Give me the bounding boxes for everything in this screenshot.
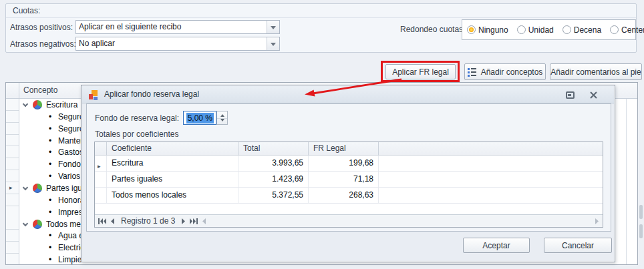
collapse-chevron-icon[interactable] (23, 101, 28, 107)
button-label: Añadir comentarios al pie (550, 67, 641, 77)
pie-chart-icon (33, 184, 42, 193)
total-cell: 3.993,65 (238, 156, 309, 171)
empty-cell (379, 172, 603, 187)
tree-node-label: Gastos (58, 146, 84, 158)
dialog-content-panel: Fondo de reserva legal: 5,00 % Totales p… (86, 103, 611, 232)
button-label: Cancelar (562, 241, 594, 250)
collapse-chevron-icon[interactable] (23, 185, 28, 190)
atrasos-positivos-label: Atrasos positivos: (10, 21, 73, 35)
fr-legal-column-header[interactable]: FR Legal (309, 142, 379, 155)
spin-up-icon[interactable] (220, 114, 224, 117)
scroll-left-button[interactable] (202, 218, 206, 224)
bullet-icon: • (49, 230, 51, 242)
dialog-titlebar[interactable]: Aplicar fondo reserva legal (82, 86, 614, 103)
totales-group-label: Totales por coeficientes (95, 129, 178, 141)
button-label: Aplicar FR legal (392, 67, 449, 77)
vertical-scrollbar-thumb[interactable] (639, 205, 643, 219)
bullet-icon: • (49, 111, 51, 123)
first-record-button[interactable] (98, 218, 106, 224)
radio-label: Decena (574, 25, 601, 35)
radio-centena[interactable]: Centena (610, 25, 644, 35)
list-icon (468, 68, 476, 76)
table-row[interactable]: Todos menos locales 5.372,55 268,63 (95, 188, 603, 204)
redondeo-cuotas-label: Redondeo cuotas: (400, 23, 465, 37)
gutter-header-cell (6, 83, 19, 99)
dropdown-button[interactable] (267, 21, 279, 33)
restore-window-icon[interactable] (566, 91, 575, 99)
redondeo-radio-group: Ninguno Unidad Decena Centena (462, 19, 636, 40)
table-row[interactable]: ▸ Escritura 3.993,65 199,68 (95, 156, 603, 172)
table-row[interactable]: Partes iguales 1.423,69 71,18 (95, 172, 603, 188)
cuotas-group-title: Cuotas: (13, 5, 40, 17)
empty-cell (379, 188, 603, 203)
atrasos-positivos-value: Aplicar en el siguiente recibo (79, 21, 266, 33)
atrasos-negativos-label: Atrasos negativos: (10, 37, 76, 51)
fondo-reserva-value: 5,00 % (186, 113, 214, 123)
cuotas-groupbox: Cuotas: Atrasos positivos: Aplicar en el… (5, 3, 637, 53)
gutter-cell (95, 172, 107, 187)
anadir-comentarios-button[interactable]: Añadir comentarios al pie (550, 63, 642, 80)
spin-down-icon[interactable] (220, 119, 224, 121)
radio-icon (562, 25, 571, 34)
fr-legal-cell: 199,68 (309, 156, 379, 171)
concepto-column-header[interactable]: Concepto (23, 83, 57, 98)
gutter-cell: ▸ (95, 156, 107, 171)
scroll-right-button[interactable] (595, 218, 599, 224)
dropdown-button[interactable] (267, 37, 279, 50)
tree-node-label: Seguro (58, 111, 84, 123)
radio-ninguno[interactable]: Ninguno (467, 25, 508, 35)
vertical-scrollbar-track[interactable] (639, 224, 643, 238)
radio-icon (610, 25, 619, 34)
bullet-icon: • (49, 206, 51, 218)
spinner-buttons[interactable] (216, 111, 228, 125)
coeficiente-column-header[interactable]: Coeficiente (107, 142, 238, 155)
cancelar-button[interactable]: Cancelar (544, 238, 612, 253)
bullet-icon: • (49, 242, 51, 254)
fondo-reserva-label: Fondo de reserva legal: (95, 111, 179, 125)
close-icon[interactable] (589, 91, 598, 99)
empty-column-header (379, 142, 603, 155)
atrasos-negativos-combobox[interactable]: No aplicar (75, 37, 280, 51)
record-navigator: Registro 1 de 3 (95, 214, 603, 227)
bullet-icon: • (49, 135, 51, 147)
gutter-header-cell (95, 142, 107, 155)
anadir-conceptos-button[interactable]: Añadir conceptos (464, 63, 546, 80)
total-cell: 1.423,69 (238, 172, 309, 187)
radio-decena[interactable]: Decena (562, 25, 601, 35)
row-indicator-icon: ▸ (9, 184, 13, 191)
dialog-app-icon (89, 89, 100, 100)
atrasos-negativos-value: No aplicar (79, 37, 266, 50)
radio-label: Centena (621, 25, 644, 35)
dialog-title: Aplicar fondo reserva legal (104, 86, 199, 103)
record-counter: Registro 1 de 3 (121, 216, 175, 226)
aplicar-fr-legal-button[interactable]: Aplicar FR legal (385, 64, 456, 79)
bullet-icon: • (49, 123, 51, 135)
empty-cell (379, 156, 603, 171)
tree-node-label: Todos men (46, 218, 86, 230)
coeficiente-cell: Todos menos locales (107, 188, 238, 203)
fr-legal-cell: 71,18 (309, 172, 379, 187)
last-record-button[interactable] (190, 218, 198, 224)
collapse-chevron-icon[interactable] (23, 220, 28, 226)
total-column-header[interactable]: Total (238, 142, 309, 155)
bullet-icon: • (49, 254, 51, 265)
gutter-cell (95, 188, 107, 203)
atrasos-positivos-combobox[interactable]: Aplicar en el siguiente recibo (75, 20, 280, 34)
group-separator (6, 17, 636, 18)
fr-legal-cell: 268,63 (309, 188, 379, 203)
bullet-icon: • (49, 158, 51, 170)
radio-label: Unidad (528, 25, 554, 35)
prev-record-button[interactable] (110, 218, 114, 224)
row-indicator-gutter (6, 99, 19, 264)
aplicar-fondo-reserva-dialog: Aplicar fondo reserva legal Fondo de res… (81, 85, 615, 262)
tree-node-label: Escritura (46, 99, 77, 111)
coeficientes-grid: Coeficiente Total FR Legal ▸ Escritura 3… (94, 142, 603, 228)
button-label: Aceptar (482, 241, 510, 250)
next-record-button[interactable] (182, 218, 186, 224)
pie-chart-icon (33, 220, 42, 229)
radio-selected-icon (467, 25, 476, 34)
radio-label: Ninguno (478, 25, 508, 35)
radio-unidad[interactable]: Unidad (517, 25, 554, 35)
fondo-reserva-input[interactable]: 5,00 % (183, 111, 216, 125)
aceptar-button[interactable]: Aceptar (463, 238, 530, 253)
